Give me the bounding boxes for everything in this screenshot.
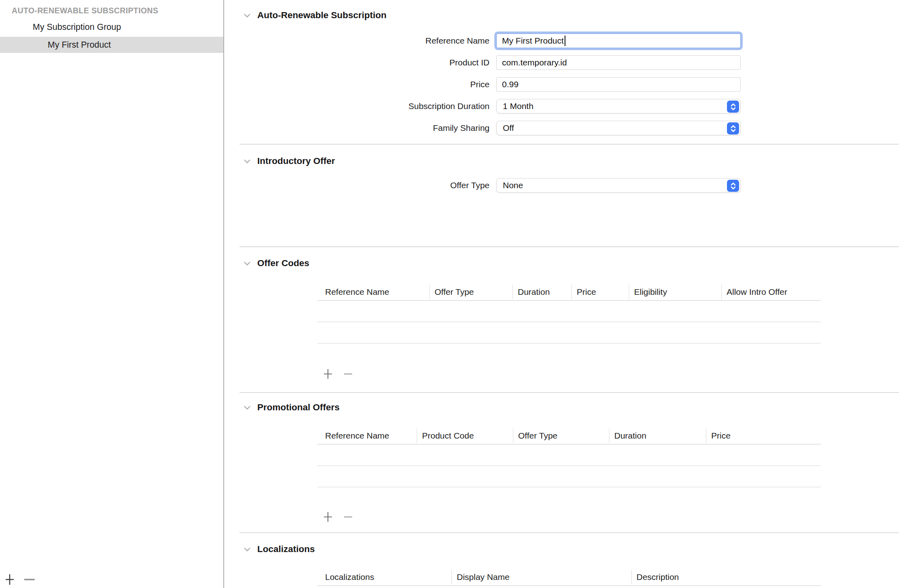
- sidebar-item-my-first-product[interactable]: My First Product: [0, 37, 223, 53]
- offer-type-label: Offer Type: [224, 178, 489, 193]
- column-header: Localizations: [317, 570, 452, 584]
- column-header: Allow Intro Offer: [721, 285, 821, 299]
- column-header: Display Name: [452, 570, 631, 584]
- sidebar-item-my-subscription-group[interactable]: My Subscription Group: [0, 19, 223, 35]
- column-header: Description: [631, 570, 821, 584]
- subscription-duration-wrap: 1 Month: [496, 99, 741, 113]
- promotional-offers-table: Reference Name Product Code Offer Type D…: [317, 428, 821, 487]
- chevron-down-icon[interactable]: [242, 258, 252, 269]
- offer-codes-table-header: Reference Name Offer Type Duration Price…: [317, 284, 821, 301]
- family-sharing-value: Off: [503, 123, 514, 133]
- table-row: [317, 322, 821, 344]
- section-divider: [239, 532, 899, 533]
- remove-promotional-offer-button[interactable]: [342, 512, 354, 524]
- column-header: Reference Name: [317, 285, 429, 299]
- minus-icon: [23, 573, 36, 588]
- product-id-input[interactable]: com.temporary.id: [496, 55, 741, 70]
- reference-name-field-wrap: My First Product: [496, 34, 741, 48]
- remove-offer-code-button[interactable]: [342, 369, 354, 381]
- family-sharing-popup[interactable]: Off: [496, 121, 741, 135]
- minus-icon: [344, 368, 353, 381]
- section-title-introductory-offer: Introductory Offer: [257, 155, 335, 167]
- promotional-offers-controls: [322, 512, 354, 524]
- offer-codes-controls: [322, 369, 354, 381]
- promotional-offers-table-header: Reference Name Product Code Offer Type D…: [317, 428, 821, 445]
- section-title-offer-codes: Offer Codes: [257, 257, 309, 269]
- up-down-chevrons-icon: [727, 101, 739, 113]
- sidebar-item-label: My First Product: [48, 40, 111, 50]
- plus-icon: [323, 368, 333, 381]
- table-row: [317, 466, 821, 487]
- offer-type-wrap: None: [496, 178, 741, 193]
- sidebar-controls: [3, 573, 36, 587]
- section-divider: [239, 246, 899, 247]
- product-id-value: com.temporary.id: [502, 58, 567, 67]
- chevron-down-icon[interactable]: [242, 156, 252, 166]
- text-cursor: [565, 36, 566, 46]
- section-title-localizations: Localizations: [257, 543, 315, 555]
- product-detail-pane: Auto-Renewable Subscription Reference Na…: [224, 0, 899, 588]
- up-down-chevrons-icon: [727, 180, 739, 192]
- column-header: Offer Type: [429, 285, 513, 299]
- column-header: Duration: [609, 428, 706, 443]
- price-input[interactable]: 0.99: [496, 77, 741, 92]
- table-row: [317, 301, 821, 322]
- up-down-chevrons-icon: [727, 122, 739, 134]
- chevron-down-icon[interactable]: [242, 10, 252, 21]
- subscription-duration-popup[interactable]: 1 Month: [496, 99, 741, 113]
- offer-type-value: None: [503, 181, 523, 190]
- add-offer-code-button[interactable]: [322, 369, 334, 381]
- sidebar: AUTO-RENEWABLE SUBSCRIPTIONS My Subscrip…: [0, 0, 224, 588]
- section-divider: [239, 392, 899, 393]
- column-header: Eligibility: [629, 285, 721, 299]
- family-sharing-wrap: Off: [496, 121, 741, 135]
- add-product-button[interactable]: [3, 573, 16, 587]
- column-header: Price: [706, 428, 821, 443]
- column-header: Product Code: [417, 428, 513, 443]
- section-title-promotional-offers: Promotional Offers: [257, 401, 340, 414]
- chevron-down-icon[interactable]: [242, 402, 252, 413]
- sidebar-item-label: My Subscription Group: [33, 22, 121, 32]
- sidebar-section-header: AUTO-RENEWABLE SUBSCRIPTIONS: [12, 6, 158, 15]
- column-header: Reference Name: [317, 428, 417, 443]
- column-header: Offer Type: [513, 428, 609, 443]
- section-title-auto-renewable-subscription: Auto-Renewable Subscription: [257, 9, 386, 21]
- offer-type-popup[interactable]: None: [496, 178, 741, 193]
- product-id-field-wrap: com.temporary.id: [496, 55, 741, 70]
- reference-name-value: My First Product: [502, 36, 564, 46]
- section-divider: [239, 144, 899, 145]
- localizations-table: Localizations Display Name Description: [317, 569, 821, 586]
- chevron-down-icon[interactable]: [242, 544, 252, 554]
- offer-codes-table: Reference Name Offer Type Duration Price…: [317, 284, 821, 344]
- price-value: 0.99: [502, 80, 519, 89]
- plus-icon: [4, 573, 15, 588]
- product-id-label: Product ID: [224, 55, 489, 70]
- localizations-table-header: Localizations Display Name Description: [317, 569, 821, 586]
- price-label: Price: [224, 77, 489, 92]
- column-header: Duration: [513, 285, 571, 299]
- add-promotional-offer-button[interactable]: [322, 512, 334, 524]
- reference-name-label: Reference Name: [224, 34, 489, 48]
- subscription-duration-label: Subscription Duration: [224, 99, 489, 113]
- remove-product-button[interactable]: [23, 573, 36, 587]
- price-field-wrap: 0.99: [496, 77, 741, 92]
- table-row: [317, 445, 821, 466]
- column-header: Price: [571, 285, 629, 299]
- family-sharing-label: Family Sharing: [224, 121, 489, 135]
- minus-icon: [344, 511, 353, 524]
- subscription-duration-value: 1 Month: [503, 101, 534, 111]
- plus-icon: [323, 511, 333, 524]
- reference-name-input[interactable]: My First Product: [496, 34, 741, 48]
